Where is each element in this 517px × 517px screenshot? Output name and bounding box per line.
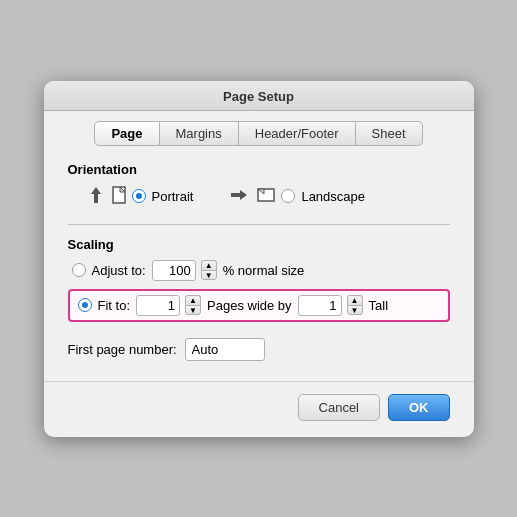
- fit-to-label: Fit to:: [98, 298, 131, 313]
- landscape-option[interactable]: Landscape: [229, 187, 365, 206]
- adjust-to-spin-up[interactable]: ▲: [201, 260, 217, 270]
- page-setup-dialog: Page Setup Page Margins Header/Footer Sh…: [44, 81, 474, 437]
- adjust-to-label: Adjust to:: [92, 263, 146, 278]
- pages-wide-spin-down[interactable]: ▼: [185, 305, 201, 315]
- pages-wide-spinner[interactable]: ▲ ▼: [185, 295, 201, 315]
- svg-rect-1: [94, 194, 98, 203]
- divider-1: [68, 224, 450, 225]
- scaling-label: Scaling: [68, 237, 450, 252]
- adjust-to-unit: % normal size: [223, 263, 305, 278]
- pages-tall-input[interactable]: [298, 295, 342, 316]
- tab-margins[interactable]: Margins: [160, 121, 239, 146]
- landscape-radio[interactable]: [281, 189, 295, 203]
- tab-page[interactable]: Page: [94, 121, 159, 146]
- fit-to-row: Fit to: ▲ ▼ Pages wide by ▲ ▼ Tall: [68, 289, 450, 322]
- pages-tall-spin-down[interactable]: ▼: [347, 305, 363, 315]
- content-area: Orientation Portrait: [44, 146, 474, 381]
- portrait-radio[interactable]: [132, 189, 146, 203]
- ok-button[interactable]: OK: [388, 394, 450, 421]
- svg-rect-2: [113, 187, 125, 203]
- fit-to-radio[interactable]: [78, 298, 92, 312]
- pages-tall-spin-up[interactable]: ▲: [347, 295, 363, 305]
- title-bar: Page Setup: [44, 81, 474, 111]
- pages-wide-spin-up[interactable]: ▲: [185, 295, 201, 305]
- pages-tall-spinner[interactable]: ▲ ▼: [347, 295, 363, 315]
- adjust-to-input[interactable]: [152, 260, 196, 281]
- adjust-to-spinner[interactable]: ▲ ▼: [201, 260, 217, 280]
- tab-header-footer[interactable]: Header/Footer: [239, 121, 356, 146]
- first-page-label: First page number:: [68, 342, 177, 357]
- first-page-row: First page number:: [68, 338, 450, 361]
- orientation-row: Portrait Landscape: [68, 185, 450, 208]
- svg-rect-5: [231, 193, 240, 197]
- svg-marker-0: [91, 187, 101, 194]
- dialog-title: Page Setup: [223, 89, 294, 104]
- button-row: Cancel OK: [44, 381, 474, 437]
- portrait-page-icon: [112, 186, 126, 207]
- adjust-to-spin-down[interactable]: ▼: [201, 270, 217, 280]
- portrait-option[interactable]: Portrait: [88, 185, 194, 208]
- landscape-page-icon: [257, 188, 275, 205]
- adjust-to-row: Adjust to: ▲ ▼ % normal size: [68, 260, 450, 281]
- tab-sheet[interactable]: Sheet: [356, 121, 423, 146]
- svg-marker-4: [240, 190, 247, 200]
- pages-wide-input[interactable]: [136, 295, 180, 316]
- pages-tall-label: Tall: [369, 298, 389, 313]
- orientation-label: Orientation: [68, 162, 450, 177]
- adjust-to-radio[interactable]: [72, 263, 86, 277]
- cancel-button[interactable]: Cancel: [298, 394, 380, 421]
- portrait-arrow-icon: [88, 185, 104, 208]
- tabs-bar: Page Margins Header/Footer Sheet: [44, 111, 474, 146]
- pages-wide-label: Pages wide by: [207, 298, 292, 313]
- landscape-label: Landscape: [301, 189, 365, 204]
- landscape-arrow-icon: [229, 187, 249, 206]
- first-page-input[interactable]: [185, 338, 265, 361]
- portrait-label: Portrait: [152, 189, 194, 204]
